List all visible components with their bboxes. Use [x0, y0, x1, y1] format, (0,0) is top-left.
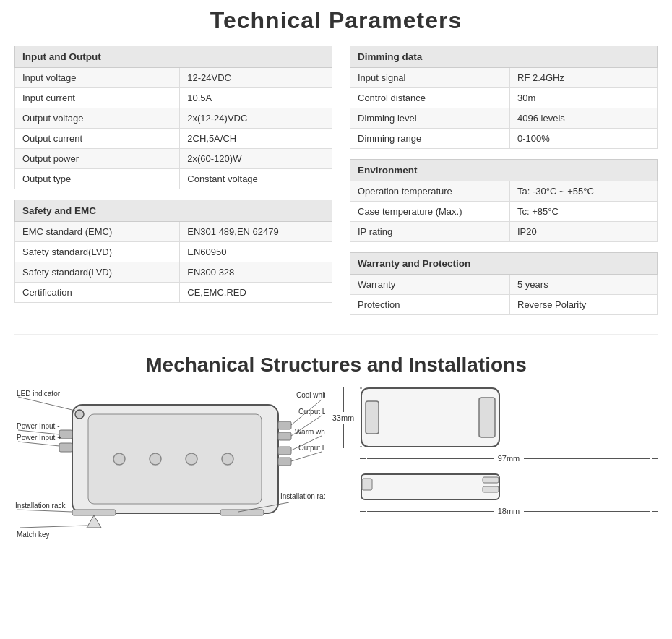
svg-point-13 — [186, 453, 197, 465]
svg-rect-37 — [479, 398, 495, 437]
svg-point-12 — [150, 453, 161, 465]
device-svg: LED indicator Power Input - Power Input … — [14, 387, 325, 539]
table-cell-value: Ta: -30°C ~ +55°C — [510, 181, 658, 202]
table-cell-label: Safety standard(LVD) — [15, 262, 180, 283]
table-cell-label: Output voltage — [15, 108, 180, 129]
svg-rect-42 — [483, 486, 499, 492]
right-tables: Dimming data Input signalRF 2.4GHzContro… — [350, 46, 658, 325]
table-cell-label: Case temperature (Max.) — [350, 202, 510, 222]
svg-line-21 — [17, 510, 72, 512]
table-cell-label: Input current — [15, 88, 180, 108]
table-row: IP ratingIP20 — [350, 222, 658, 242]
svg-rect-5 — [72, 510, 116, 515]
table-cell-value: RF 2.4GHz — [510, 68, 658, 88]
table-cell-label: EMC standard (EMC) — [15, 222, 180, 242]
table-row: Dimming level4096 levels — [350, 108, 658, 129]
mechanical-content: LED indicator Power Input - Power Input … — [14, 387, 658, 539]
table-cell-label: Input signal — [350, 68, 510, 88]
warranty-table: Warranty and Protection Warranty5 yearsP… — [350, 252, 658, 315]
svg-rect-6 — [278, 421, 291, 429]
table-cell-value: 4096 levels — [510, 108, 658, 129]
table-row: Safety standard(LVD)EN60950 — [15, 242, 332, 262]
dimming-header: Dimming data — [350, 46, 658, 68]
dimension-views: 33mm 97mm — [332, 387, 658, 515]
table-row: Output power2x(60-120)W — [15, 149, 332, 169]
table-row: Dimming range0-100% — [350, 129, 658, 149]
table-row: Operation temperatureTa: -30°C ~ +55°C — [350, 181, 658, 202]
width-dimension: 97mm — [332, 454, 658, 463]
svg-text:Warm white LED -: Warm white LED - — [295, 428, 325, 436]
svg-line-15 — [18, 397, 75, 411]
mechanical-section: Mechanical Structures and Installations — [14, 334, 658, 539]
svg-text:Cool white LED -: Cool white LED - — [296, 391, 325, 399]
table-row: EMC standard (EMC)EN301 489,EN 62479 — [15, 222, 332, 242]
svg-text:Output LED +: Output LED + — [298, 444, 325, 452]
table-cell-value: EN300 328 — [180, 262, 332, 283]
svg-line-23 — [20, 526, 87, 528]
table-cell-value: Constant voltage — [180, 169, 332, 189]
height-label: 33mm — [332, 412, 355, 424]
side-view-svg — [360, 468, 501, 503]
table-cell-label: IP rating — [350, 222, 510, 242]
table-cell-label: Control distance — [350, 88, 510, 108]
svg-text:LED indicator: LED indicator — [17, 390, 61, 398]
svg-point-11 — [113, 453, 125, 465]
page-title: Technical Parameters — [14, 7, 658, 34]
table-row: Input current10.5A — [15, 88, 332, 108]
svg-rect-36 — [366, 401, 379, 434]
svg-text:Installation rack: Installation rack — [15, 502, 66, 510]
table-row: Output current2CH,5A/CH — [15, 129, 332, 149]
table-cell-label: Dimming level — [350, 108, 510, 129]
table-cell-label: Operation temperature — [350, 181, 510, 202]
table-cell-value: Tc: +85°C — [510, 202, 658, 222]
table-row: Input voltage12-24VDC — [15, 68, 332, 88]
table-cell-value: EN60950 — [180, 242, 332, 262]
table-cell-value: 2x(60-120)W — [180, 149, 332, 169]
table-cell-label: Output power — [15, 149, 180, 169]
svg-text:Power Input -: Power Input - — [17, 422, 59, 430]
svg-text:Power Input +: Power Input + — [17, 434, 61, 442]
device-diagram: LED indicator Power Input - Power Input … — [14, 387, 325, 539]
table-row: Control distance30m — [350, 88, 658, 108]
table-cell-label: Dimming range — [350, 129, 510, 149]
svg-line-19 — [18, 442, 59, 446]
svg-rect-4 — [59, 443, 72, 452]
table-cell-value: 30m — [510, 88, 658, 108]
svg-rect-41 — [483, 477, 499, 483]
width-label: 97mm — [495, 454, 523, 463]
table-cell-value: 10.5A — [180, 88, 332, 108]
left-tables: Input and Output Input voltage12-24VDCIn… — [14, 46, 332, 313]
svg-rect-40 — [361, 474, 499, 499]
table-cell-value: CE,EMC,RED — [180, 283, 332, 303]
table-row: Output typeConstant voltage — [15, 169, 332, 189]
table-cell-label: Protection — [350, 295, 510, 315]
environment-table: Environment Operation temperatureTa: -30… — [350, 159, 658, 242]
table-row: Case temperature (Max.)Tc: +85°C — [350, 202, 658, 222]
table-cell-label: Certification — [15, 283, 180, 303]
front-view-svg — [360, 387, 501, 448]
svg-rect-8 — [278, 447, 291, 455]
input-output-header: Input and Output — [15, 46, 332, 68]
table-cell-value: 2CH,5A/CH — [180, 129, 332, 149]
depth-dimension: 18mm — [360, 507, 658, 515]
table-cell-label: Warranty — [350, 275, 510, 295]
environment-header: Environment — [350, 160, 658, 181]
table-cell-label: Input voltage — [15, 68, 180, 88]
top-view-wrapper: 33mm — [332, 387, 658, 448]
depth-label: 18mm — [495, 507, 523, 515]
table-cell-value: IP20 — [510, 222, 658, 242]
table-row: CertificationCE,EMC,RED — [15, 283, 332, 303]
svg-line-31 — [291, 452, 322, 461]
svg-point-2 — [75, 410, 84, 419]
svg-rect-10 — [220, 510, 264, 515]
input-output-table: Input and Output Input voltage12-24VDCIn… — [14, 46, 332, 189]
side-view-wrapper: 18mm — [332, 468, 658, 515]
table-cell-value: EN301 489,EN 62479 — [180, 222, 332, 242]
table-cell-value: 0-100% — [510, 129, 658, 149]
svg-rect-9 — [278, 458, 291, 466]
table-cell-value: Reverse Polarity — [510, 295, 658, 315]
svg-text:Installation rack: Installation rack — [280, 492, 325, 500]
table-cell-value: 12-24VDC — [180, 68, 332, 88]
warranty-header: Warranty and Protection — [350, 253, 658, 275]
height-dimension: 33mm — [332, 387, 354, 448]
